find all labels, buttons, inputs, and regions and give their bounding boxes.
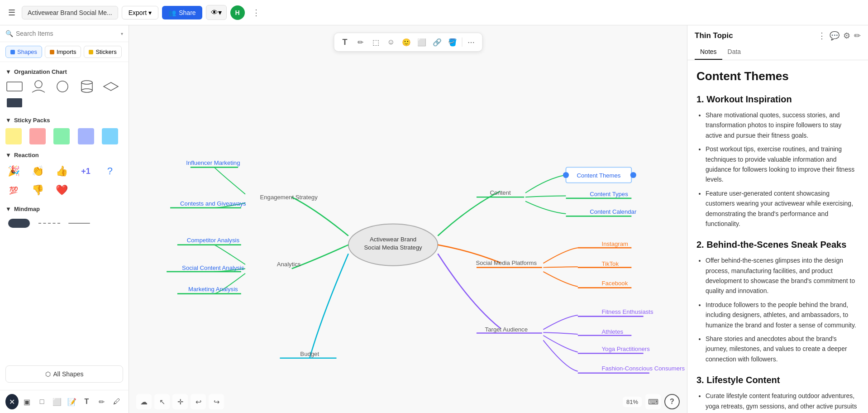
help-icon[interactable]: ? bbox=[664, 394, 680, 409]
move-icon[interactable]: ✛ bbox=[172, 394, 188, 409]
search-dropdown-icon[interactable]: ▾ bbox=[121, 31, 123, 36]
rect-tool[interactable]: □ bbox=[35, 394, 48, 409]
section-reaction[interactable]: ▼ Reaction bbox=[0, 149, 129, 161]
undo-button[interactable]: ↩ bbox=[191, 394, 206, 409]
imports-dot bbox=[50, 50, 54, 54]
mindmap-solid-line[interactable] bbox=[66, 217, 93, 230]
edit-icon[interactable]: ✏ bbox=[854, 31, 861, 41]
svg-text:Engagement Strategy: Engagement Strategy bbox=[260, 194, 318, 201]
share-button[interactable]: 👥 Share bbox=[162, 6, 202, 19]
canvas-rect-tool[interactable]: ⬜ bbox=[415, 35, 429, 49]
tab-shapes[interactable]: Shapes bbox=[5, 46, 42, 58]
sticky-blue[interactable] bbox=[102, 128, 118, 144]
reaction-heart[interactable]: ❤️ bbox=[53, 182, 70, 198]
document-title[interactable]: Activewear Brand Social Me... bbox=[22, 6, 118, 19]
org-person-shape[interactable] bbox=[29, 80, 48, 93]
canvas-bottom-right: 81% ⌨ ? bbox=[623, 394, 680, 409]
canvas-toolbar: T ✏ ⬚ ☺ 🙂 ⬜ 🔗 🪣 ⋯ bbox=[334, 33, 482, 52]
canvas-area[interactable]: T ✏ ⬚ ☺ 🙂 ⬜ 🔗 🪣 ⋯ Activewear Brand Socia… bbox=[129, 25, 687, 413]
org-dark-shape[interactable] bbox=[5, 96, 24, 110]
search-input[interactable] bbox=[16, 30, 118, 37]
all-shapes-button[interactable]: ⬡ All Shapes bbox=[5, 365, 123, 383]
canvas-face-tool[interactable]: 🙂 bbox=[399, 35, 414, 49]
section-bullets-1: Offer behind-the-scenes glimpses into th… bbox=[696, 255, 859, 364]
svg-text:TikTok: TikTok bbox=[602, 260, 619, 267]
reaction-confetti[interactable]: 🎉 bbox=[5, 163, 22, 179]
filter-icon[interactable]: ⚙ bbox=[843, 31, 850, 41]
canvas-frame-tool[interactable]: ⬚ bbox=[368, 35, 383, 49]
svg-rect-0 bbox=[7, 82, 22, 91]
menu-icon[interactable]: ☰ bbox=[5, 5, 18, 20]
tab-data[interactable]: Data bbox=[722, 44, 747, 60]
section-bullets-2: Curate lifestyle content featuring outdo… bbox=[696, 391, 859, 413]
sticky-tool[interactable]: 📝 bbox=[65, 394, 78, 409]
right-panel: Thin Topic ⋮ 💬 ⚙ ✏ Notes Data Content Th… bbox=[687, 25, 868, 413]
org-rect-shape[interactable] bbox=[5, 80, 24, 93]
chevron-down-icon: ▼ bbox=[5, 152, 11, 158]
svg-text:Content Themes: Content Themes bbox=[577, 172, 620, 179]
canvas-fill-tool[interactable]: 🪣 bbox=[445, 35, 460, 49]
sticky-green[interactable] bbox=[53, 128, 70, 144]
canvas-emoji-tool[interactable]: ☺ bbox=[384, 35, 398, 49]
org-circle-shape[interactable] bbox=[53, 80, 72, 93]
svg-text:Influencer Marketing: Influencer Marketing bbox=[186, 159, 240, 166]
keyboard-icon[interactable]: ⌨ bbox=[645, 394, 661, 409]
redo-button[interactable]: ↪ bbox=[209, 394, 224, 409]
frame-tool[interactable]: ⬜ bbox=[50, 394, 63, 409]
mindmap-svg[interactable]: Activewear Brand Social Media Strategy E… bbox=[129, 48, 687, 413]
svg-text:Social Media Platforms: Social Media Platforms bbox=[476, 259, 537, 266]
canvas-pen-tool[interactable]: ✏ bbox=[353, 35, 367, 49]
section-mindmap[interactable]: ▼ Mindmap bbox=[0, 203, 129, 215]
canvas-bottom-left: ☁ ↖ ✛ ↩ ↪ bbox=[136, 394, 224, 409]
tab-notes[interactable]: Notes bbox=[695, 44, 722, 60]
sticky-yellow[interactable] bbox=[5, 128, 22, 144]
chat-icon[interactable]: 💬 bbox=[830, 31, 839, 41]
reaction-plus1[interactable]: +1 bbox=[78, 163, 94, 179]
section-sticky-packs[interactable]: ▼ Sticky Packs bbox=[0, 114, 129, 126]
pen-tool[interactable]: ✏ bbox=[95, 394, 108, 409]
sticky-purple[interactable] bbox=[78, 128, 94, 144]
toolbar-separator bbox=[462, 38, 462, 47]
section-title-0: 1. Workout Inspiration bbox=[696, 94, 859, 105]
reaction-grid: 🎉 👏 👍 +1 ? 💯 👎 ❤️ bbox=[0, 161, 129, 203]
cursor-icon[interactable]: ↖ bbox=[154, 394, 170, 409]
svg-text:Fashion-Conscious Consumers: Fashion-Conscious Consumers bbox=[602, 365, 685, 372]
close-tool[interactable]: ✕ bbox=[5, 394, 19, 409]
canvas-link-tool[interactable]: 🔗 bbox=[430, 35, 444, 49]
svg-point-53 bbox=[630, 172, 636, 178]
svg-point-52 bbox=[563, 172, 569, 178]
shape-tabs: Shapes Imports Stickers bbox=[0, 42, 129, 62]
mindmap-pill-shape[interactable] bbox=[5, 217, 33, 230]
mindmap-dashed-line[interactable] bbox=[36, 217, 63, 230]
right-panel-icons: ⋮ 💬 ⚙ ✏ bbox=[818, 31, 861, 41]
org-diamond-shape[interactable] bbox=[102, 80, 120, 93]
reaction-100[interactable]: 💯 bbox=[5, 182, 22, 198]
text-tool[interactable]: T bbox=[80, 394, 93, 409]
svg-point-2 bbox=[57, 81, 68, 92]
svg-text:Fitness Enthusiasts: Fitness Enthusiasts bbox=[602, 308, 653, 315]
list-item: Curate lifestyle content featuring outdo… bbox=[706, 391, 859, 413]
more-options-icon[interactable]: ⋮ bbox=[818, 31, 826, 41]
reaction-question[interactable]: ? bbox=[102, 163, 118, 179]
topbar: ☰ Activewear Brand Social Me... Export ▾… bbox=[0, 0, 868, 25]
section-org-chart[interactable]: ▼ Organization Chart bbox=[0, 66, 129, 78]
canvas-more-tool[interactable]: ⋯ bbox=[464, 35, 478, 49]
sticky-red[interactable] bbox=[29, 128, 46, 144]
section-title-1: 2. Behind-the-Scenes Sneak Peaks bbox=[696, 240, 859, 250]
svg-text:Activewear Brand: Activewear Brand bbox=[370, 236, 416, 243]
collaboration-icon[interactable]: 👁▾ bbox=[206, 5, 227, 20]
highlight-tool[interactable]: 🖊 bbox=[110, 394, 123, 409]
more-button[interactable]: ⋮ bbox=[248, 6, 264, 19]
reaction-thumbsup[interactable]: 👍 bbox=[53, 163, 70, 179]
sidebar-tool[interactable]: ▣ bbox=[20, 394, 33, 409]
org-cylinder-shape[interactable] bbox=[78, 80, 96, 93]
tab-stickers[interactable]: Stickers bbox=[84, 46, 121, 58]
right-panel-header: Thin Topic ⋮ 💬 ⚙ ✏ bbox=[687, 25, 868, 41]
export-button[interactable]: Export ▾ bbox=[122, 6, 158, 19]
tab-imports[interactable]: Imports bbox=[45, 46, 81, 58]
org-chart-shapes bbox=[0, 78, 129, 114]
canvas-text-tool[interactable]: T bbox=[338, 35, 352, 49]
reaction-thumbsdown[interactable]: 👎 bbox=[29, 182, 46, 198]
reaction-clap[interactable]: 👏 bbox=[29, 163, 46, 179]
cloud-save-icon[interactable]: ☁ bbox=[136, 394, 152, 409]
